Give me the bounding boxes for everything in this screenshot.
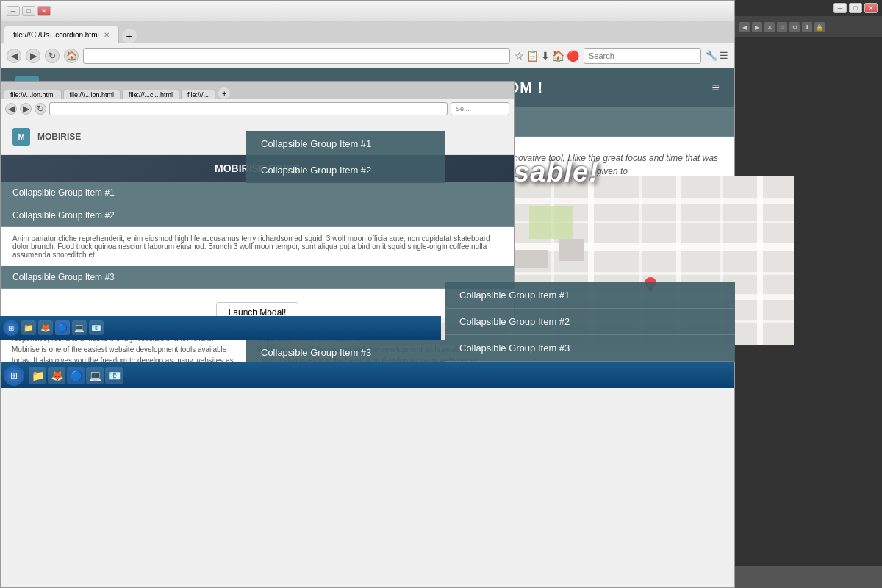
second-start-button[interactable]: ⊞ [3, 320, 19, 336]
overlay-acc-label-3: Collapsible Group Item #3 [261, 347, 371, 358]
second-taskbar-icon-4[interactable]: 💻 [72, 320, 87, 335]
second-taskbar: ⊞ 📁 🦊 🔵 💻 📧 [0, 316, 441, 340]
s-tab-label-3: file:///...cl...html [129, 91, 173, 98]
second-search-input[interactable] [451, 102, 509, 115]
active-tab[interactable]: file:///C:/Us...ccordion.html ✕ [4, 26, 119, 43]
search-input[interactable] [584, 48, 701, 64]
title-bar: ─ □ ✕ [1, 1, 734, 21]
download-icon[interactable]: ⬇ [541, 50, 550, 62]
plugin-icon[interactable]: 🔴 [567, 50, 579, 62]
maximize-button[interactable]: □ [22, 6, 35, 16]
rp-back-icon[interactable]: ◀ [739, 22, 750, 32]
taskbar: ⊞ 📁 🦊 🔵 💻 📧 [1, 362, 734, 388]
tab-bar: file:///C:/Us...ccordion.html ✕ + [1, 21, 734, 43]
home-button[interactable]: 🏠 [64, 49, 79, 63]
second-back-button[interactable]: ◀ [5, 103, 17, 115]
rp-forward-icon[interactable]: ▶ [752, 22, 762, 32]
svg-rect-13 [757, 176, 763, 345]
taskbar-icon-2[interactable]: 🦊 [48, 367, 65, 384]
second-collapsible-content: Anim pariatur cliche reprehenderit, enim… [1, 227, 514, 266]
start-button[interactable]: ⊞ [4, 365, 24, 386]
modal-button-area: Launch Modal! [1, 289, 514, 318]
taskbar-icon-5[interactable]: 📧 [105, 367, 123, 384]
second-taskbar-icon-3[interactable]: 🔵 [55, 320, 70, 335]
second-address-input[interactable]: rs/DreamPiF/AppData/Local/Temp/Mobirise-… [49, 102, 448, 115]
minimize-button[interactable]: ─ [7, 6, 20, 16]
menu-icon[interactable]: ☰ [720, 50, 728, 61]
forward-button[interactable]: ▶ [26, 49, 40, 63]
rp-star-icon[interactable]: ☆ [777, 22, 787, 32]
right-acc-item-3[interactable]: Collapsible Group Item #3 [445, 335, 735, 362]
right-panel-text [741, 43, 876, 57]
hamburger-menu[interactable]: ≡ [711, 80, 720, 96]
home-icon[interactable]: 🏠 [552, 50, 564, 62]
right-panel-top: ─ □ ✕ ◀ ▶ ✕ ☆ ⚙ ⬇ 🔒 [735, 0, 882, 37]
new-tab-button[interactable]: + [122, 29, 137, 43]
right-acc-label-1: Collapsible Group Item #1 [459, 290, 570, 301]
address-bar-row: ◀ ▶ ↻ 🏠 file:///C:/Users/DreamPiF/AppDat… [1, 43, 734, 68]
right-panel-controls: ─ □ ✕ [735, 0, 882, 16]
s-tab-label-4: file:///... [187, 91, 209, 98]
second-refresh-button[interactable]: ↻ [35, 103, 46, 115]
second-logo-icon: M [12, 128, 30, 146]
refresh-button[interactable]: ↻ [45, 49, 60, 63]
close-button[interactable]: ✕ [37, 6, 51, 16]
overlay-acc-item-1[interactable]: Collapsible Group Item #1 [246, 131, 445, 157]
s-tab-label-1: file:///...ion.html [10, 91, 55, 98]
taskbar-icon-3[interactable]: 🔵 [67, 367, 85, 384]
second-tab-bar: file:///...ion.html file:///...ion.html … [1, 82, 514, 99]
second-tab-3[interactable]: file:///...cl...html [122, 90, 179, 99]
tab-label: file:///C:/Us...ccordion.html [13, 31, 99, 39]
right-acc-item-1[interactable]: Collapsible Group Item #1 [445, 282, 735, 309]
second-tab-4[interactable]: file:///... [181, 90, 215, 99]
overlay-acc-item-2[interactable]: Collapsible Group Item #2 [246, 157, 445, 184]
second-coll-label-2: Collapsible Group Item #2 [12, 210, 115, 220]
rp-gear-icon[interactable]: ⚙ [789, 22, 800, 32]
second-tab-1[interactable]: file:///...ion.html [4, 90, 62, 99]
right-accordion: Collapsible Group Item #1 Collapsible Gr… [445, 282, 735, 362]
second-coll-label-3: Collapsible Group Item #3 [12, 272, 115, 282]
toolbar-icons: ☆ 📋 ⬇ 🏠 🔴 [514, 50, 579, 62]
second-address-bar-row: ◀ ▶ ↻ rs/DreamPiF/AppData/Local/Temp/Mob… [1, 99, 514, 118]
second-tab-2[interactable]: file:///...ion.html [63, 90, 121, 99]
right-acc-item-2[interactable]: Collapsible Group Item #2 [445, 309, 735, 335]
taskbar-icon-1[interactable]: 📁 [29, 367, 46, 384]
star-icon[interactable]: ☆ [514, 50, 524, 62]
extra-toolbar: 🔧 ☰ [706, 50, 728, 61]
second-forward-button[interactable]: ▶ [20, 103, 32, 115]
svg-rect-14 [529, 206, 573, 239]
right-acc-label-3: Collapsible Group Item #3 [459, 343, 570, 354]
rp-maximize-button[interactable]: □ [849, 3, 862, 13]
right-panel-toolbar: ◀ ▶ ✕ ☆ ⚙ ⬇ 🔒 [735, 16, 882, 38]
address-input[interactable]: file:///C:/Users/DreamPiF/AppData/Local/… [83, 48, 510, 64]
rp-close-button[interactable]: ✕ [864, 3, 878, 13]
tools-icon[interactable]: 🔧 [706, 50, 717, 61]
rp-download-icon[interactable]: ⬇ [802, 22, 812, 32]
right-acc-label-2: Collapsible Group Item #2 [459, 316, 570, 327]
svg-rect-16 [559, 239, 584, 261]
second-new-tab-button[interactable]: + [218, 87, 230, 99]
second-taskbar-icon-2[interactable]: 🦊 [38, 320, 53, 335]
second-coll-label-1: Collapsible Group Item #1 [12, 187, 115, 198]
bookmark-icon[interactable]: 📋 [526, 50, 539, 62]
rp-lock-icon[interactable]: 🔒 [814, 22, 825, 32]
second-collapsible-1[interactable]: Collapsible Group Item #1 [1, 182, 514, 204]
rp-stop-icon[interactable]: ✕ [764, 22, 775, 32]
back-button[interactable]: ◀ [7, 49, 21, 63]
taskbar-icon-4[interactable]: 💻 [86, 367, 104, 384]
second-taskbar-icon-5[interactable]: 📧 [89, 320, 104, 335]
second-content-text: Anim pariatur cliche reprehenderit, enim… [12, 234, 490, 259]
s-tab-label-2: file:///...ion.html [70, 91, 115, 98]
second-collapsible-2[interactable]: Collapsible Group Item #2 [1, 204, 514, 227]
second-browser-window: file:///...ion.html file:///...ion.html … [0, 81, 514, 323]
second-collapsible-3[interactable]: Collapsible Group Item #3 [1, 266, 514, 289]
second-logo-text: MOBIRISE [37, 132, 81, 142]
second-taskbar-icon-1[interactable]: 📁 [21, 320, 36, 335]
rp-minimize-button[interactable]: ─ [833, 3, 847, 13]
tab-close-icon[interactable]: ✕ [104, 31, 110, 39]
overlay-accordion-top: Collapsible Group Item #1 Collapsible Gr… [246, 131, 445, 184]
overlay-acc-label-1: Collapsible Group Item #1 [261, 138, 371, 149]
overlay-acc-label-2: Collapsible Group Item #2 [261, 165, 371, 176]
